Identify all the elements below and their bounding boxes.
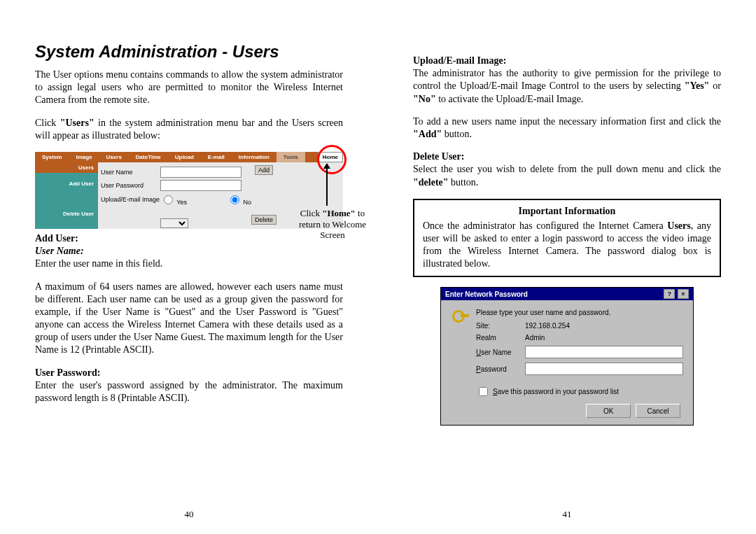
home-note: Click "Home" to return to Welcome Screen [290, 208, 374, 241]
upload-heading: Upload/E-mail Image: [413, 55, 721, 67]
input-password[interactable] [160, 180, 241, 191]
radio-yes[interactable]: Yes [160, 193, 220, 206]
menu-users[interactable]: Users [99, 154, 129, 160]
save-checkbox-input[interactable] [479, 387, 488, 396]
username-input[interactable] [525, 346, 683, 358]
delete-button[interactable]: Delete [251, 215, 276, 225]
password-heading: User Password: [35, 367, 343, 379]
admin-screenshot: System Image Users DateTime Upload E-mai… [35, 152, 343, 229]
admin-menu-bar: System Image Users DateTime Upload E-mai… [35, 152, 343, 162]
help-icon[interactable]: ? [664, 289, 675, 299]
sidebar-item-users[interactable]: Users [35, 162, 98, 173]
label-uploadimg: Upload/E-mail Image [101, 196, 160, 203]
label-password: User Password [101, 182, 160, 189]
intro-paragraph-2: Click "Users" in the system administrati… [35, 117, 343, 142]
sidebar-item-adduser[interactable]: Add User [35, 178, 98, 189]
page-right: Upload/E-mail Image: The administrator h… [378, 0, 756, 534]
password-text: Enter the user's password assigned by th… [35, 379, 343, 405]
maxusers-text: A maximum of 64 users names are allowed,… [35, 281, 343, 357]
dialog-title-text: Enter Network Password [445, 290, 528, 298]
username-label: User Name [476, 349, 525, 356]
menu-information[interactable]: Information [232, 154, 276, 160]
menu-image[interactable]: Image [69, 154, 99, 160]
password-label: Password [476, 365, 525, 373]
upload-text: The administrator has the authority to g… [413, 67, 721, 106]
delete-select[interactable] [160, 218, 188, 228]
username-heading: User Name: [35, 245, 343, 258]
cancel-button[interactable]: Cancel [636, 404, 680, 418]
page-number-left: 40 [0, 509, 378, 520]
realm-value: Admin [525, 334, 683, 342]
menu-system[interactable]: System [35, 154, 69, 160]
password-input[interactable] [525, 363, 683, 375]
dialog-titlebar: Enter Network Password ? × [441, 288, 693, 300]
menu-tools[interactable]: Tools [276, 152, 305, 162]
important-title: Important Information [423, 206, 711, 217]
page-number-right: 41 [378, 509, 756, 520]
label-username: User Name [101, 169, 160, 176]
key-icon [451, 309, 469, 328]
page-left: System Administration - Users The User o… [0, 0, 378, 534]
delete-heading: Delete User: [413, 150, 721, 163]
save-password-checkbox[interactable]: Save this password in your password list [476, 385, 683, 398]
site-value: 192.168.0.254 [525, 322, 683, 330]
addnew-text: To add a new users name input the necess… [413, 115, 721, 141]
site-label: Site: [476, 322, 525, 330]
dialog-prompt: Please type your user name and password. [476, 309, 683, 316]
add-button[interactable]: Add [255, 165, 273, 175]
admin-sidebar: Users Add User Delete User [35, 162, 98, 229]
menu-email[interactable]: E-mail [201, 154, 232, 160]
ok-button[interactable]: OK [586, 404, 631, 418]
intro-paragraph-1: The User options menu contains commands … [35, 69, 343, 107]
realm-label: Realm [476, 334, 525, 342]
username-text: Enter the user name in this field. [35, 258, 343, 270]
page-title: System Administration - Users [35, 42, 343, 62]
menu-datetime[interactable]: DateTime [129, 154, 168, 160]
input-username[interactable] [160, 167, 241, 178]
important-information-box: Important Information Once the administr… [413, 199, 721, 278]
radio-no[interactable]: No [227, 193, 286, 206]
delete-text: Select the user you wish to delete from … [413, 163, 721, 188]
arrow-head-icon [323, 163, 330, 169]
important-text: Once the administrator has configured th… [423, 220, 711, 271]
menu-upload[interactable]: Upload [168, 154, 201, 160]
arrow-line [326, 167, 328, 206]
close-icon[interactable]: × [678, 289, 689, 299]
password-dialog: Enter Network Password ? × Please type y… [440, 287, 694, 426]
sidebar-item-deleteuser[interactable]: Delete User [35, 209, 98, 219]
menu-home[interactable]: Home [318, 152, 343, 162]
